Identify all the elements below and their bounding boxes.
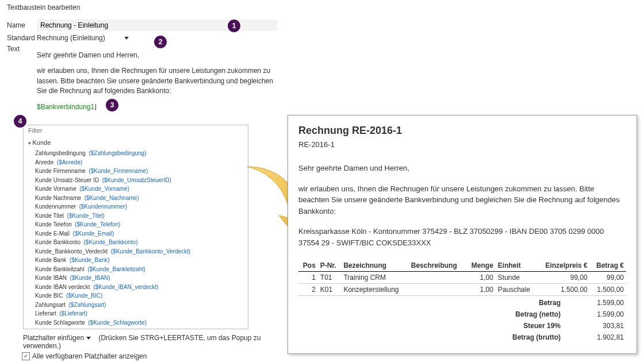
chevron-down-icon <box>86 337 91 340</box>
tree-group-kunde[interactable]: Kunde <box>28 138 244 148</box>
tree-item[interactable]: Kunde IBAN verdeckt ($Kunde_IBAN_verdeck… <box>35 283 244 292</box>
total-row: Betrag (brutto)1.902,81 <box>298 332 626 343</box>
placeholder-tree[interactable]: Kunde Zahlungsbedingung ($Zahlungsbeding… <box>24 136 248 329</box>
show-all-label: Alle verfügbaren Platzhalter anzeigen <box>32 352 147 360</box>
doc-salutation: Sehr geehrte Damen und Herren, <box>298 163 626 174</box>
doc-bankinfo: Kreissparkasse Köln - Kontonummer 375429… <box>298 226 626 248</box>
tree-item[interactable]: Kunde_Bankkonto_Verdeckt ($Kunde_Bankkon… <box>35 247 244 256</box>
total-row: Betrag (netto)1.599,00 <box>298 309 626 320</box>
tree-item[interactable]: Zahlungsbedingung ($Zahlungsbedingung) <box>35 149 244 158</box>
insert-placeholder-link[interactable]: Platzhalter einfügen <box>23 334 84 342</box>
standard-label: Standard <box>7 34 37 42</box>
body-line2: wir erlauben uns, Ihnen die Rechnugen fü… <box>37 66 277 96</box>
tree-item[interactable]: Lieferart ($Lieferart) <box>35 309 244 318</box>
text-label: Text <box>7 45 37 53</box>
tree-item[interactable]: Kunde IBAN ($Kunde_IBAN) <box>35 274 244 283</box>
tree-item[interactable]: Kunde Telefon ($Kunde_Telefon) <box>35 220 244 229</box>
th-betrag: Betrag € <box>590 260 626 272</box>
invoice-table: Pos P-Nr. Bezeichnung Beschreibung Menge… <box>298 260 626 296</box>
inline-placeholder: $Bankverbindung1 <box>37 103 94 111</box>
chevron-down-icon <box>124 37 129 40</box>
annotation-badge-1: 1 <box>228 20 240 32</box>
th-ep: Einzelpreis € <box>537 260 590 272</box>
doc-title: Rechnung RE-2016-1 <box>298 125 626 137</box>
total-row: Betrag1.599,00 <box>298 297 626 309</box>
table-row: 2K01Konzepterstellung1,00Pauschale1.500,… <box>298 284 626 296</box>
th-pos: Pos <box>298 260 318 272</box>
tree-item[interactable]: Kunde Umsatz-Steuer ID ($Kunde_UmsatzSte… <box>35 176 244 185</box>
tree-item[interactable]: Kunde Bank ($Kunde_Bank) <box>35 256 244 265</box>
text-cursor <box>95 104 96 110</box>
name-label: Name <box>7 21 37 29</box>
annotation-badge-4: 4 <box>14 115 26 128</box>
show-all-checkbox[interactable]: ✓ <box>22 352 30 360</box>
standard-value: Rechnung (Einleitung) <box>37 34 105 42</box>
tree-item[interactable]: Zahlungsart ($Zahlungsart) <box>35 301 244 310</box>
tree-item[interactable]: Kunde BIC ($Kunde_BIC) <box>35 291 244 301</box>
tree-item[interactable]: Kunde Schlagworte ($Kunde_Schlagworte) <box>35 318 244 328</box>
standard-select[interactable]: Rechnung (Einleitung) <box>37 33 129 43</box>
tree-item[interactable]: Kunde E-Mail ($Kunde_Email) <box>35 229 244 238</box>
invoice-preview: Rechnung RE-2016-1 RE-2016-1 Sehr geehrt… <box>288 115 637 354</box>
total-row: Steuer 19%303,81 <box>298 320 626 332</box>
th-besch: Beschreibung <box>409 260 466 272</box>
name-input[interactable] <box>37 20 277 31</box>
th-menge: Menge <box>466 260 496 272</box>
text-block-editor: Textbaustein bearbeiten Name Standard Re… <box>7 3 277 360</box>
invoice-totals: Betrag1.599,00Betrag (netto)1.599,00Steu… <box>298 297 626 343</box>
doc-intro: wir erlauben uns, Ihnen die Rechnugen fü… <box>298 183 626 217</box>
annotation-badge-3: 3 <box>106 99 118 111</box>
body-line1: Sehr geehrte Damen und Herren, <box>37 51 277 60</box>
table-row: 1T01Training CRM1,00Stunde99,0099,00 <box>298 272 626 284</box>
annotation-badge-2: 2 <box>154 36 167 48</box>
th-einheit: Einheit <box>496 260 537 272</box>
filter-input[interactable] <box>27 126 244 134</box>
th-bez: Bezeichnung <box>341 260 408 272</box>
tree-item[interactable]: Anrede ($Anrede) <box>35 158 244 167</box>
tree-item[interactable]: Kundennummer ($Kundennummer) <box>35 202 244 211</box>
body-textarea[interactable]: Sehr geehrte Damen und Herren, wir erlau… <box>37 51 277 118</box>
tree-item[interactable]: Kunde Nachname ($Kunde_Nachname) <box>35 194 244 203</box>
placeholder-popup: Kunde Zahlungsbedingung ($Zahlungsbeding… <box>23 125 248 329</box>
tree-item[interactable]: Kunde Bankleitzahl ($Kunde_Bankleitzahl) <box>35 265 244 274</box>
th-pnr: P-Nr. <box>318 260 342 272</box>
editor-title: Textbaustein bearbeiten <box>7 3 277 11</box>
doc-subtitle: RE-2016-1 <box>298 140 626 149</box>
tree-item[interactable]: Kunde Firmenname ($Kunde_Firmenname) <box>35 167 244 176</box>
tree-item[interactable]: Kunde Bankkonto ($Kunde_Bankkonto) <box>35 238 244 247</box>
tree-item[interactable]: Kunde Vorname ($Kunde_Vorname) <box>35 184 244 194</box>
tree-item[interactable]: Kunde Titel ($Kunde_Titel) <box>35 211 244 221</box>
tree-item[interactable]: Debitor Zahlungsbedingung ($Debitor_Zahl… <box>35 327 244 329</box>
